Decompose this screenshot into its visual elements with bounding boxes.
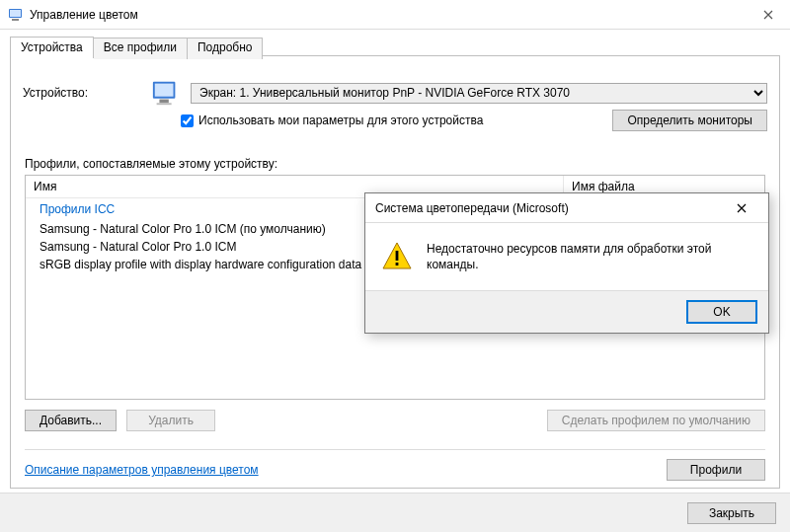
dialog-title: Система цветопередачи (Microsoft)	[375, 201, 569, 215]
dialog-message: Недостаточно ресурсов памяти для обработ…	[427, 241, 754, 280]
make-default-button: Сделать профилем по умолчанию	[547, 410, 765, 431]
svg-rect-9	[396, 263, 399, 266]
use-my-settings-label[interactable]: Использовать мои параметры для этого уст…	[181, 114, 483, 127]
svg-rect-4	[155, 84, 174, 97]
monitor-icon	[151, 78, 181, 108]
svg-rect-8	[396, 251, 399, 261]
dialog-close-button[interactable]	[723, 197, 760, 219]
remove-button: Удалить	[126, 410, 215, 431]
window-title: Управление цветом	[30, 8, 138, 22]
error-dialog: Система цветопередачи (Microsoft) Недост…	[364, 192, 769, 334]
dialog-body: Недостаточно ресурсов памяти для обработ…	[365, 223, 768, 290]
tab-all-profiles[interactable]: Все профили	[94, 38, 188, 59]
svg-rect-6	[157, 103, 172, 105]
device-select[interactable]: Экран: 1. Универсальный монитор PnP - NV…	[191, 83, 767, 104]
use-my-settings-text: Использовать мои параметры для этого уст…	[198, 114, 483, 127]
footer-row: Описание параметров управления цветом Пр…	[25, 459, 765, 481]
tab-devices[interactable]: Устройства	[10, 37, 94, 58]
dialog-button-row: OK	[365, 290, 768, 333]
dialog-titlebar: Система цветопередачи (Microsoft)	[365, 193, 768, 223]
close-button[interactable]: Закрыть	[687, 502, 776, 524]
add-button[interactable]: Добавить...	[25, 410, 117, 431]
color-management-icon	[8, 7, 24, 23]
profile-actions-row: Добавить... Удалить Сделать профилем по …	[25, 410, 765, 431]
tab-details[interactable]: Подробно	[188, 38, 264, 59]
window-close-button[interactable]	[746, 0, 790, 30]
color-params-description-link[interactable]: Описание параметров управления цветом	[25, 463, 259, 477]
device-label: Устройство:	[23, 86, 141, 100]
titlebar: Управление цветом	[0, 0, 790, 30]
warning-icon	[381, 241, 413, 272]
divider	[25, 449, 765, 450]
svg-rect-5	[159, 100, 168, 104]
detect-monitors-button[interactable]: Определить мониторы	[612, 110, 767, 131]
tab-strip: Устройства Все профили Подробно	[0, 36, 790, 57]
device-row: Устройство: Экран: 1. Универсальный мони…	[23, 78, 767, 108]
dialog-ok-button[interactable]: OK	[687, 301, 756, 323]
profiles-label: Профили, сопоставляемые этому устройству…	[25, 157, 277, 171]
svg-rect-1	[10, 10, 21, 17]
profiles-button[interactable]: Профили	[667, 459, 765, 481]
device-options-row: Использовать мои параметры для этого уст…	[181, 110, 767, 131]
bottom-strip: Закрыть	[0, 493, 790, 532]
use-my-settings-checkbox[interactable]	[181, 114, 194, 127]
svg-rect-2	[12, 19, 19, 21]
